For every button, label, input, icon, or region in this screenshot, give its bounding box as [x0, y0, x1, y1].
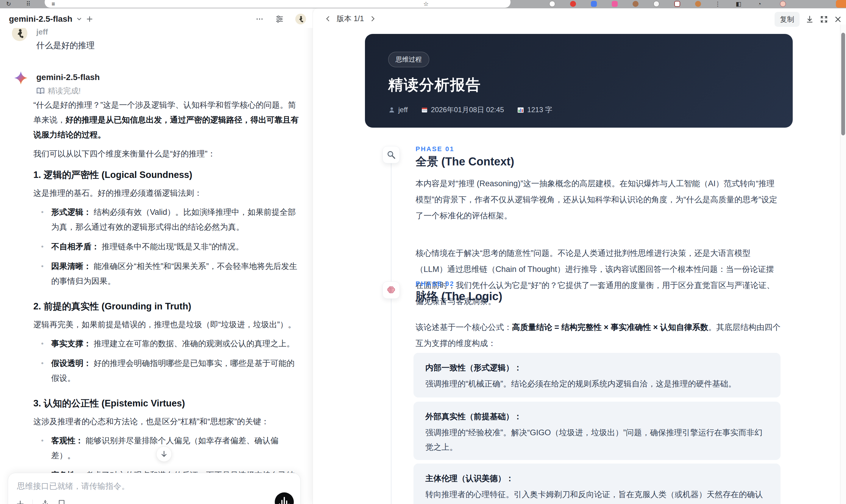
close-panel-button[interactable] [834, 16, 842, 23]
browser-corner-icon[interactable] [836, 0, 846, 8]
browser-profile-avatar[interactable] [780, 1, 786, 7]
bullet-dot: • [41, 205, 51, 239]
browser-doc-icon: ≡ [50, 1, 56, 7]
user-message-author: jeff [36, 28, 48, 37]
brain-icon [386, 285, 396, 295]
assistant-status: 精读完成! [36, 86, 81, 96]
user-message-text: 什么是好的推理 [36, 40, 95, 51]
section-lead: 逻辑再完美，如果前提是错误的，推理也是垃圾（即“垃圾进，垃圾出”）。 [33, 317, 300, 332]
bullet-dot: • [41, 239, 51, 258]
phase-2-lead: 该论述基于一个核心公式：高质量结论 = 结构完整性 × 事实准确性 × 认知自律… [416, 319, 781, 352]
extension-icon[interactable] [570, 1, 576, 7]
browser-address-bar[interactable] [45, 0, 511, 8]
report-title: 精读分析报告 [388, 75, 770, 95]
version-next-button[interactable] [369, 15, 376, 23]
extension-icon[interactable] [695, 1, 701, 7]
new-chat-plus-icon[interactable] [86, 16, 93, 23]
phase-1-icon-card [383, 146, 400, 163]
logic-card-body: 强调推理的“机械正确”。结论必须在给定的规则系统内逻辑自洽，这是推理的硬件基础。 [425, 377, 769, 391]
copy-button[interactable]: 复制 [775, 12, 799, 27]
list-item: •因果清晰： 能准确区分“相关性”和“因果关系”，不会轻率地将先后发生的事情归为… [41, 259, 300, 293]
arrow-down-icon [160, 450, 168, 458]
bullet-dot: • [41, 259, 51, 293]
logic-card-title: 外部真实性（前提基础）： [425, 411, 769, 422]
browser-user-icon[interactable]: ◔ [756, 1, 763, 7]
browser-bookmark-icon[interactable]: ☆ [423, 1, 429, 7]
ellipsis-icon [255, 15, 264, 23]
screen: ↻ ⠿ ≡ ☆ ⋮ ◧ ◔ gemini-2.5-flash [0, 0, 846, 504]
expand-icon [820, 15, 828, 23]
phase-2-icon-card [383, 282, 400, 299]
section-lead: 这涉及推理者的心态和方法论，也是区分“杠精”和“思想家”的关键： [33, 414, 300, 429]
download-button[interactable] [806, 15, 814, 23]
intro-paragraph: “什么是好的推理？”这是一个涉及逻辑学、认知科学和哲学核心的问题。简单来说，好的… [33, 97, 300, 142]
avatar-figure-icon [297, 15, 305, 23]
avatar-figure-icon [14, 28, 26, 40]
extension-icon[interactable] [674, 1, 680, 7]
browser-menu-icon[interactable]: ⋮ [715, 1, 721, 7]
bar-chart-icon [517, 106, 524, 113]
more-options-button[interactable] [255, 15, 264, 23]
phase-2-title: 脉络 (The Logic) [416, 289, 502, 304]
calendar-icon [421, 106, 428, 113]
assistant-status-text: 精读完成! [48, 86, 81, 96]
version-prev-button[interactable] [325, 15, 331, 23]
report-datetime: 2026年01月08日 02:45 [421, 105, 504, 114]
extension-icon[interactable] [591, 1, 597, 7]
extension-icon[interactable] [653, 1, 659, 7]
fullscreen-button[interactable] [820, 15, 828, 23]
section-heading: 3. 认知的公正性 (Epistemic Virtues) [33, 397, 300, 409]
logic-card: 内部一致性（形式逻辑）： 强调推理的“机械正确”。结论必须在给定的规则系统内逻辑… [413, 353, 780, 397]
divider [32, 500, 33, 504]
bookmark-icon[interactable] [58, 500, 66, 504]
browser-puzzle-icon[interactable]: ◧ [735, 1, 742, 7]
list-item: •不自相矛盾： 推理链条中不能出现“既是又非”的情况。 [41, 239, 300, 258]
list-item: •假设透明： 好的推理会明确指明哪些是已知事实，哪些是基于可能的假设。 [41, 356, 300, 390]
phase-2-label: PHASE 02 [416, 280, 454, 288]
report-meta: jeff 2026年01月08日 02:45 1213 字 [388, 105, 770, 114]
phase-1-paragraph: 本内容是对“推理 (Reasoning)”这一抽象概念的高层建模。在知识爆炸与人… [416, 176, 781, 224]
extension-icon[interactable] [549, 1, 555, 7]
phase-1-title: 全景 (The Context) [416, 154, 514, 169]
account-avatar[interactable] [295, 14, 306, 24]
assistant-message-body: “什么是好的推理？”这是一个涉及逻辑学、认知科学和哲学核心的问题。简单来说，好的… [33, 97, 300, 504]
logic-card-title: 主体伦理（认识美德）： [425, 473, 769, 484]
chevron-left-icon [325, 15, 331, 23]
browser-reload-icon[interactable]: ↻ [5, 1, 12, 7]
report-hero: 思维过程 精读分析报告 jeff 2026年01月08日 02:45 1213 … [365, 34, 793, 128]
message-composer[interactable]: 思维接口已就绪，请传输指令。 [8, 473, 301, 504]
timeline-line [391, 157, 391, 504]
logic-card: 外部真实性（前提基础）： 强调推理的“经验校准”。解决“GIGO（垃圾进，垃圾出… [413, 402, 780, 460]
bullet-dot: • [41, 356, 51, 390]
logic-card-title: 内部一致性（形式逻辑）： [425, 362, 769, 373]
intro-paragraph-2: 我们可以从以下四个维度来衡量什么是“好的推理”： [33, 146, 300, 161]
bullet-dot: • [41, 336, 51, 355]
extension-icon[interactable] [633, 1, 638, 7]
scrollbar-thumb[interactable] [841, 33, 845, 136]
close-icon [834, 16, 842, 23]
assistant-message-author: gemini-2.5-flash [36, 73, 100, 82]
chat-header: gemini-2.5-flash [0, 8, 313, 28]
browser-toolbar: ↻ ⠿ ≡ ☆ ⋮ ◧ ◔ [0, 0, 846, 8]
model-settings-button[interactable] [275, 15, 284, 23]
browser-apps-icon[interactable]: ⠿ [25, 1, 32, 7]
gemini-star-icon [14, 71, 28, 85]
list-item: •事实支撑： 推理建立在可靠的数据、准确的观测或公认的真理之上。 [41, 336, 300, 355]
attach-plus-icon[interactable] [16, 500, 25, 504]
scroll-to-bottom-button[interactable] [156, 446, 172, 462]
bullet-dot: • [41, 433, 51, 467]
open-book-icon [36, 88, 45, 95]
sparkle-tools-icon[interactable] [40, 499, 50, 504]
section-heading: 2. 前提的真实性 (Grounding in Truth) [33, 301, 300, 312]
extension-icon[interactable] [612, 1, 618, 7]
chevron-right-icon [369, 15, 376, 23]
model-selector[interactable]: gemini-2.5-flash [9, 14, 93, 24]
sliders-icon [275, 15, 284, 23]
voice-input-button[interactable] [275, 492, 294, 504]
list-item: •形式逻辑： 结构必须有效（Valid）。比如演绎推理中，如果前提全部为真，那么… [41, 205, 300, 239]
version-label: 版本 1/1 [337, 14, 364, 23]
scrollbar-track[interactable] [840, 24, 846, 504]
composer-placeholder: 思维接口已就绪，请传输指令。 [17, 481, 292, 491]
logic-card-body: 强调推理的“经验校准”。解决“GIGO（垃圾进，垃圾出）”问题，确保推理引擎运行… [425, 426, 769, 455]
artifact-panel: 版本 1/1 复制 思维过程 精读分析报告 jeff [313, 8, 846, 504]
